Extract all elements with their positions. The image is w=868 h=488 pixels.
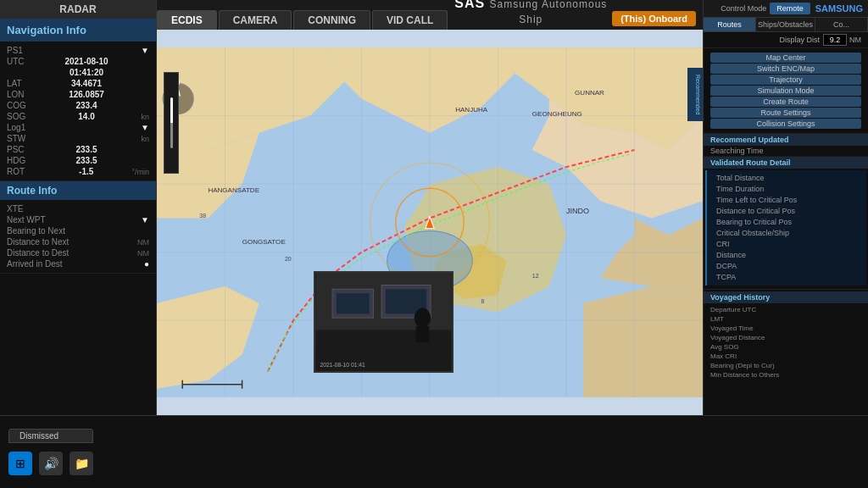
compass-needle bbox=[170, 97, 173, 148]
center-panel: ECDIS CAMERA CONNING VID CALL SAS Samsun… bbox=[157, 0, 703, 415]
compass-widget bbox=[164, 72, 179, 174]
trajectory-button[interactable]: Trajectory bbox=[710, 75, 861, 85]
map-center-button[interactable]: Map Center bbox=[710, 53, 861, 63]
psc-row: PSC 233.5 bbox=[7, 144, 149, 155]
control-mode-bar: Control Mode Remote SAMSUNG bbox=[704, 0, 868, 18]
camera-svg: 2021-08-10 01:41 bbox=[315, 273, 452, 371]
right-tabs: Routes Ships/Obstacles Co... bbox=[704, 18, 868, 32]
stw-row: Log1 ▼ bbox=[7, 122, 149, 133]
display-dist-input[interactable] bbox=[823, 34, 847, 46]
taskbar-left: Dismissed ⊞ 🔊 📁 bbox=[8, 429, 93, 475]
route-suggest-panel: Recommended bbox=[687, 68, 703, 121]
rot-row: ROT -1.5 °/min bbox=[7, 166, 149, 177]
dist-crit-row: Distance to Critical Pos bbox=[709, 206, 864, 217]
dist-dest-row: Distance to Dest NM bbox=[7, 247, 149, 258]
vid-call-tab[interactable]: VID CALL bbox=[372, 10, 448, 30]
dcpa-row: DCPA bbox=[709, 261, 864, 272]
dismissed-tab[interactable]: Dismissed bbox=[8, 429, 93, 443]
nav-info-section: PS1 ▼ UTC 2021-08-10 01:41:20 LAT 34.467… bbox=[0, 42, 156, 181]
taskbar-icons: ⊞ 🔊 📁 bbox=[8, 452, 93, 475]
svg-text:HANJUHA: HANJUHA bbox=[455, 106, 488, 114]
nav-info-header: Navigation Info bbox=[0, 19, 156, 42]
time-duration-row: Time Duration bbox=[709, 184, 864, 195]
onboard-button[interactable]: (This) Onboard bbox=[612, 11, 696, 26]
voyaged-dist-row: Voyaged Distance bbox=[704, 333, 868, 342]
route-info-header: Route Info bbox=[0, 181, 156, 200]
dep-utc-row: Departure UTC bbox=[704, 305, 868, 314]
svg-text:2021-08-10 01:41: 2021-08-10 01:41 bbox=[320, 362, 366, 368]
volume-icon[interactable]: 🔊 bbox=[39, 452, 63, 475]
route-info-section: XTE Next WPT ▼ Bearing to Next Distance … bbox=[0, 200, 156, 274]
tcpa-row: TCPA bbox=[709, 272, 864, 283]
bearing-crit-row: Bearing to Critical Pos bbox=[709, 217, 864, 228]
min-dist-row: Min Distance to Others bbox=[704, 370, 868, 380]
sog-row: SOG 14.0 kn bbox=[7, 111, 149, 122]
ecdis-tab[interactable]: ECDIS bbox=[157, 10, 217, 30]
svg-text:8: 8 bbox=[481, 298, 484, 304]
left-nav-panel: RADAR Navigation Info PS1 ▼ UTC 2021-08-… bbox=[0, 0, 157, 415]
simulation-mode-button[interactable]: Simulation Mode bbox=[710, 86, 861, 96]
conning-tab[interactable]: CONNING bbox=[293, 10, 370, 30]
collision-settings-button[interactable]: Collision Settings bbox=[710, 119, 861, 129]
lmt-row: LMT bbox=[704, 314, 868, 324]
time-row: 01:41:20 bbox=[7, 67, 149, 78]
svg-point-55 bbox=[415, 308, 431, 328]
xte-row: XTE bbox=[7, 203, 149, 214]
voyaged-time-row: Voyaged Time bbox=[704, 324, 868, 333]
ps1-row: PS1 ▼ bbox=[7, 45, 149, 56]
hdg-row: HDG 233.5 bbox=[7, 155, 149, 166]
samsung-logo: SAMSUNG bbox=[815, 3, 863, 14]
avg-sog-row: Avg SOG bbox=[704, 342, 868, 352]
svg-text:20: 20 bbox=[285, 256, 292, 262]
windows-icon[interactable]: ⊞ bbox=[8, 452, 32, 475]
recommend-header: Recommend Updated bbox=[704, 134, 868, 146]
svg-text:GONGSATOE: GONGSATOE bbox=[242, 238, 287, 246]
ships-obstacles-tab[interactable]: Ships/Obstacles bbox=[756, 18, 815, 31]
voyaged-section: Departure UTC LMT Voyaged Time Voyaged D… bbox=[704, 305, 868, 380]
svg-text:12: 12 bbox=[532, 273, 539, 279]
panel-divider bbox=[704, 289, 868, 290]
taskbar: Dismissed ⊞ 🔊 📁 bbox=[0, 415, 868, 488]
lat-row: LAT 34.4671 bbox=[7, 78, 149, 89]
cog-row: COG 233.4 bbox=[7, 100, 149, 111]
camera-feed: 2021-08-10 01:41 bbox=[314, 271, 453, 373]
camera-inner: 2021-08-10 01:41 bbox=[315, 273, 452, 371]
svg-rect-56 bbox=[416, 326, 429, 342]
recommend-panel: Total Distance Time Duration Time Left t… bbox=[705, 170, 866, 286]
display-dist-row: Display Dist NM bbox=[704, 32, 868, 48]
top-nav-bar: ECDIS CAMERA CONNING VID CALL SAS Samsun… bbox=[157, 0, 703, 30]
total-dist-row: Total Distance bbox=[709, 173, 864, 184]
stw-val-row: STW kn bbox=[7, 133, 149, 144]
svg-marker-7 bbox=[583, 286, 703, 397]
crit-obstacle-row: Critical Obstacle/Ship bbox=[709, 228, 864, 239]
next-wpt-row: Next WPT ▼ bbox=[7, 214, 149, 225]
cri-row: CRI bbox=[709, 239, 864, 250]
co-tab[interactable]: Co... bbox=[815, 18, 868, 31]
switch-enc-button[interactable]: Switch ENC/Map bbox=[710, 64, 861, 74]
create-route-button[interactable]: Create Route bbox=[710, 97, 861, 107]
arrived-dest-row: Arrived in Dest ● bbox=[7, 258, 149, 269]
bearing-next-row: Bearing to Next bbox=[7, 225, 149, 236]
voyaged-header: Voyaged History bbox=[704, 291, 868, 303]
route-settings-button[interactable]: Route Settings bbox=[710, 108, 861, 118]
svg-rect-53 bbox=[337, 293, 370, 313]
svg-text:GUNNAR: GUNNAR bbox=[575, 89, 604, 97]
max-cri-row: Max CRI bbox=[704, 352, 868, 361]
radar-tab[interactable]: RADAR bbox=[0, 0, 156, 19]
svg-text:JINDO: JINDO bbox=[566, 207, 589, 215]
svg-text:HANGANSATDE: HANGANSATDE bbox=[208, 186, 259, 194]
remote-button[interactable]: Remote bbox=[770, 3, 810, 14]
bearing-dep-row: Bearing (Depl to Cur) bbox=[704, 361, 868, 370]
sas-title: SAS Samsung Autonomous Ship bbox=[449, 0, 612, 30]
radar-label: RADAR bbox=[59, 3, 96, 15]
lon-row: LON 126.0857 bbox=[7, 89, 149, 100]
distance-row: Distance bbox=[709, 250, 864, 261]
folder-icon[interactable]: 📁 bbox=[70, 452, 93, 475]
routes-tab[interactable]: Routes bbox=[704, 18, 756, 31]
camera-tab[interactable]: CAMERA bbox=[219, 10, 292, 30]
searching-time-row: Searching Time bbox=[704, 146, 868, 157]
right-panel: Control Mode Remote SAMSUNG Routes Ships… bbox=[703, 0, 868, 415]
map-controls: Map Center Switch ENC/Map Trajectory Sim… bbox=[704, 48, 868, 134]
validated-header: Validated Route Detail bbox=[704, 157, 868, 169]
time-left-crit-row: Time Left to Critical Pos bbox=[709, 195, 864, 206]
